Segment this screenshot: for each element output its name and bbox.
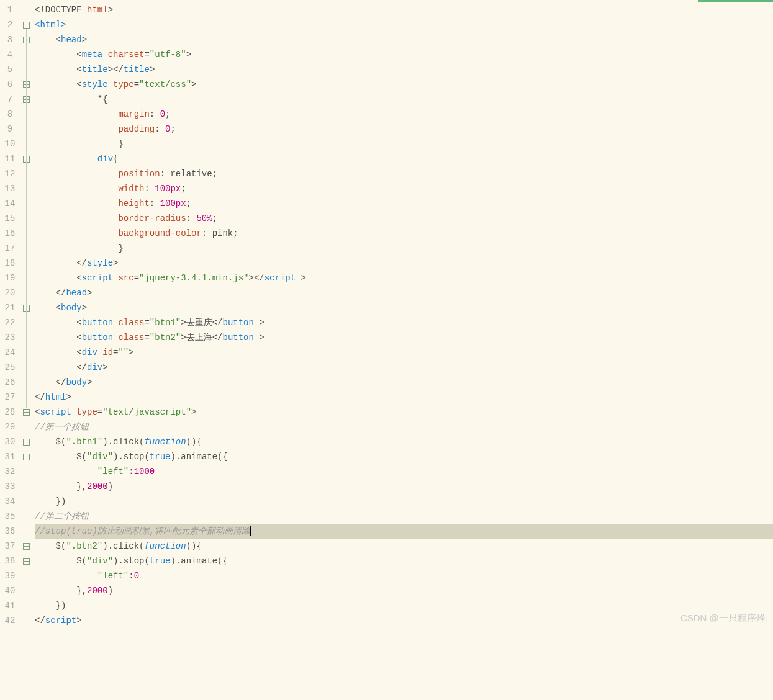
line-number: 38 [0, 554, 20, 568]
code-line: background-color: pink; [35, 226, 773, 241]
line-number: 7 [0, 92, 20, 107]
code-line: } [35, 137, 773, 151]
code-line: }) [35, 598, 773, 613]
line-number: 29 [0, 420, 20, 434]
fold-toggle-icon[interactable] [23, 409, 30, 416]
code-line: position: relative; [35, 166, 773, 181]
code-line: padding: 0; [35, 122, 773, 137]
code-line: <html> [35, 17, 773, 32]
text-cursor [250, 526, 251, 536]
line-number: 19 [0, 271, 20, 285]
code-line: $(".btn1").click(function(){ [35, 434, 773, 449]
line-number: 34 [0, 494, 20, 509]
code-line: div{ [35, 151, 773, 166]
fold-toggle-icon[interactable] [23, 439, 30, 446]
line-number: 13 [0, 181, 20, 196]
code-line: <script type="text/javascript"> [35, 405, 773, 420]
line-number: 35 [0, 509, 20, 524]
line-number: 42 [0, 613, 20, 628]
code-line-current: //stop(true)防止动画积累,将匹配元素全部动画清除 [35, 524, 773, 539]
line-number: 9 [0, 122, 20, 137]
code-line: <button class="btn1">去重庆</button > [35, 315, 773, 330]
code-line: <body> [35, 300, 773, 315]
line-number: 4 [0, 47, 20, 62]
line-number: 32 [0, 464, 20, 479]
code-line: //第二个按钮 [35, 509, 773, 524]
line-number: 6 [0, 77, 20, 92]
code-line: <style type="text/css"> [35, 77, 773, 92]
line-number: 10 [0, 137, 20, 151]
code-line: "left":0 [35, 568, 773, 583]
line-number: 41 [0, 598, 20, 613]
line-number: 8 [0, 107, 20, 122]
code-line: $("div").stop(true).animate({ [35, 554, 773, 568]
code-line: $("div").stop(true).animate({ [35, 449, 773, 464]
code-line: },2000) [35, 479, 773, 494]
code-line: </div> [35, 360, 773, 375]
fold-toggle-icon[interactable] [23, 543, 30, 550]
line-number: 26 [0, 375, 20, 390]
line-number: 33 [0, 479, 20, 494]
line-number: 23 [0, 330, 20, 345]
line-number: 18 [0, 256, 20, 271]
code-line: </head> [35, 285, 773, 300]
code-line: <title></title> [35, 62, 773, 77]
line-number: 5 [0, 62, 20, 77]
watermark-text: CSDN @一只程序烽. [680, 611, 768, 626]
line-number: 39 [0, 568, 20, 583]
code-line: </body> [35, 375, 773, 390]
code-line: <script src="jquery-3.4.1.min.js"></scri… [35, 271, 773, 285]
line-number: 16 [0, 226, 20, 241]
code-line: <div id=""> [35, 345, 773, 360]
code-line: <head> [35, 32, 773, 47]
line-number: 37 [0, 539, 20, 554]
line-number: 20 [0, 285, 20, 300]
line-number-gutter: 1 2 3 4 5 6 7 8 9 10 11 12 13 14 15 16 1… [0, 2, 20, 628]
line-number: 40 [0, 583, 20, 598]
code-line: height: 100px; [35, 196, 773, 211]
line-number: 11 [0, 151, 20, 166]
line-number: 14 [0, 196, 20, 211]
code-line: *{ [35, 92, 773, 107]
fold-toggle-icon[interactable] [23, 454, 30, 460]
code-line: <meta charset="utf-8"> [35, 47, 773, 62]
code-editor[interactable]: 1 2 3 4 5 6 7 8 9 10 11 12 13 14 15 16 1… [0, 2, 773, 628]
fold-toggle-icon[interactable] [23, 558, 30, 565]
code-line: },2000) [35, 583, 773, 598]
code-line: <!DOCTYPE html> [35, 2, 773, 17]
code-line: margin: 0; [35, 107, 773, 122]
line-number: 22 [0, 315, 20, 330]
fold-toggle-icon[interactable] [23, 22, 30, 29]
line-number: 2 [0, 17, 20, 32]
code-line: //第一个按钮 [35, 420, 773, 434]
code-line: </script> [35, 613, 773, 628]
code-line: </html> [35, 390, 773, 405]
code-line: }) [35, 494, 773, 509]
line-number: 12 [0, 166, 20, 181]
line-number: 36 [0, 524, 20, 539]
line-number: 24 [0, 345, 20, 360]
line-number: 25 [0, 360, 20, 375]
line-number: 1 [0, 2, 20, 17]
code-line: } [35, 241, 773, 256]
code-line: "left":1000 [35, 464, 773, 479]
line-number: 21 [0, 300, 20, 315]
fold-gutter [20, 2, 35, 628]
code-line: $(".btn2").click(function(){ [35, 539, 773, 554]
code-area[interactable]: <!DOCTYPE html> <html> <head> <meta char… [35, 2, 773, 628]
line-number: 27 [0, 390, 20, 405]
code-line: </style> [35, 256, 773, 271]
line-number: 30 [0, 434, 20, 449]
code-line: <button class="btn2">去上海</button > [35, 330, 773, 345]
line-number: 31 [0, 449, 20, 464]
line-number: 3 [0, 32, 20, 47]
line-number: 28 [0, 405, 20, 420]
line-number: 17 [0, 241, 20, 256]
code-line: width: 100px; [35, 181, 773, 196]
code-line: border-radius: 50%; [35, 211, 773, 226]
line-number: 15 [0, 211, 20, 226]
